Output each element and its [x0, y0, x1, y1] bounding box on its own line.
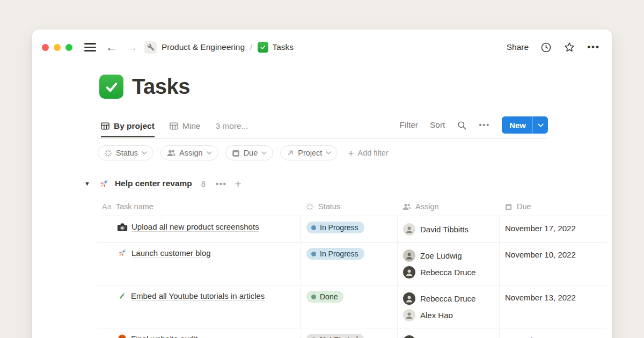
avatar	[403, 223, 415, 236]
avatar	[403, 249, 415, 262]
assignee-name: Rebecca Druce	[420, 268, 475, 277]
plus-icon: +	[348, 148, 354, 158]
column-label: Assign	[415, 202, 439, 211]
status-badge[interactable]: In Progress	[306, 248, 364, 260]
text-property-icon: Aa	[102, 202, 112, 211]
favorite-star-icon[interactable]	[564, 41, 575, 53]
chip-label: Status	[116, 149, 138, 157]
table-row[interactable]: Launch customer blog In Progress Zoe Lud…	[97, 243, 607, 285]
chevron-down-icon	[207, 151, 212, 155]
status-spinner-icon	[104, 149, 112, 157]
status-badge[interactable]: Not Started	[306, 334, 364, 338]
arrow-ne-icon	[287, 149, 294, 157]
due-date[interactable]: November 13, 2022	[505, 290, 602, 304]
status-badge[interactable]: Done	[306, 291, 343, 303]
new-button[interactable]: New	[502, 116, 548, 134]
table-row[interactable]: Upload all new product screenshots In Pr…	[97, 216, 607, 243]
filter-chip-project[interactable]: Project	[280, 145, 338, 160]
breadcrumb-page[interactable]: Tasks	[258, 42, 294, 53]
notion-window: ← → Product & Engineering / Tasks Share	[32, 30, 612, 338]
share-button[interactable]: Share	[507, 42, 529, 52]
add-filter-button[interactable]: + Add filter	[348, 148, 388, 158]
camera-icon	[117, 223, 128, 235]
breadcrumb-separator: /	[249, 42, 253, 52]
assignee[interactable]: Alex Hao	[403, 307, 494, 324]
avatar	[403, 309, 415, 321]
due-date[interactable]: November 17, 2022	[505, 221, 602, 234]
filter-chip-status[interactable]: Status	[98, 145, 153, 160]
view-options-icon[interactable]: •••	[479, 121, 490, 129]
rocket-icon	[98, 178, 110, 189]
workspace-wrench-icon[interactable]	[144, 41, 157, 54]
pen-icon	[117, 291, 127, 304]
back-arrow-icon[interactable]: ←	[106, 41, 118, 53]
close-window-button[interactable]	[42, 44, 49, 51]
topbar-actions: Share •••	[507, 41, 600, 53]
view-toolbar: Filter Sort ••• New	[400, 116, 548, 134]
due-date[interactable]: November 18, 2022 → November 20, 2022	[505, 333, 602, 338]
task-title[interactable]: Final website audit	[131, 334, 197, 338]
updates-clock-icon[interactable]	[540, 42, 552, 53]
assignee[interactable]: Rebecca Druce	[403, 333, 494, 338]
new-chevron-down-icon[interactable]	[533, 116, 548, 134]
assignee-name: Zoe Ludwig	[420, 251, 462, 260]
task-title[interactable]: Launch customer blog	[131, 248, 211, 258]
assignee[interactable]: David Tibbitts	[403, 221, 494, 238]
status-badge[interactable]: In Progress	[306, 222, 364, 233]
assignee-name: Rebecca Druce	[420, 294, 475, 303]
tab-by-project[interactable]: By project	[101, 116, 155, 137]
filter-chips-bar: Status Assign Due Project + Add filter	[98, 145, 389, 160]
assignee[interactable]: Rebecca Druce	[403, 264, 494, 281]
assignee[interactable]: Rebecca Druce	[403, 290, 494, 307]
table-row[interactable]: Final website audit Not Started Rebecca …	[97, 328, 607, 338]
column-header-assign[interactable]: Assign	[397, 197, 499, 216]
group-options-icon[interactable]: •••	[216, 179, 226, 188]
collapse-triangle-icon[interactable]: ▼	[84, 180, 90, 187]
forward-arrow-icon[interactable]: →	[126, 41, 138, 53]
sort-button[interactable]: Sort	[430, 120, 445, 130]
sidebar-toggle-icon[interactable]	[84, 43, 96, 51]
more-views-link[interactable]: 3 more...	[215, 121, 248, 131]
column-header-task[interactable]: Aa Task name	[97, 197, 301, 216]
filter-button[interactable]: Filter	[400, 120, 418, 130]
more-options-icon[interactable]: •••	[587, 42, 600, 53]
assignee-name: David Tibbitts	[420, 225, 469, 234]
breadcrumb-workspace[interactable]: Product & Engineering	[162, 42, 245, 52]
traffic-lights	[42, 44, 72, 51]
table-view-icon	[101, 122, 109, 130]
page-check-mark-icon[interactable]	[99, 75, 123, 99]
chip-label: Assign	[179, 149, 203, 157]
minimize-window-button[interactable]	[54, 44, 61, 51]
due-date[interactable]: November 10, 2022	[505, 247, 602, 261]
assignee-name: Alex Hao	[420, 311, 453, 320]
table-view-icon	[170, 122, 178, 130]
zoom-window-button[interactable]	[65, 44, 72, 51]
group-title[interactable]: Help center revamp	[115, 179, 192, 188]
calendar-icon	[232, 149, 240, 157]
column-header-due[interactable]: Due	[499, 197, 607, 216]
status-label: In Progress	[320, 249, 358, 258]
chevron-down-icon	[261, 151, 267, 155]
new-button-label: New	[502, 116, 532, 134]
rocket-icon	[117, 247, 128, 261]
table-row[interactable]: Embed all Youtube tutorials in articles …	[97, 285, 607, 328]
column-header-status[interactable]: Status	[301, 197, 397, 216]
tab-label: By project	[114, 121, 155, 131]
breadcrumb-page-label: Tasks	[272, 42, 294, 52]
table-header-row: Aa Task name Status Assign Due	[97, 197, 607, 216]
chip-label: Due	[244, 149, 258, 157]
assignee[interactable]: Zoe Ludwig	[403, 247, 494, 264]
filter-chip-assign[interactable]: Assign	[160, 145, 218, 160]
search-icon[interactable]	[457, 120, 467, 130]
breadcrumb: Product & Engineering / Tasks	[162, 42, 294, 53]
group-count: 8	[201, 179, 206, 188]
task-title[interactable]: Embed all Youtube tutorials in articles	[131, 291, 265, 300]
status-label: Done	[320, 292, 338, 301]
filter-chip-due[interactable]: Due	[225, 145, 274, 160]
tab-mine[interactable]: Mine	[170, 115, 201, 137]
task-title[interactable]: Upload all new product screenshots	[131, 222, 259, 231]
group-add-icon[interactable]: +	[235, 178, 241, 189]
window-topbar: ← → Product & Engineering / Tasks Share	[42, 37, 600, 57]
check-mark-icon	[258, 42, 268, 53]
tab-label: Mine	[182, 121, 201, 131]
